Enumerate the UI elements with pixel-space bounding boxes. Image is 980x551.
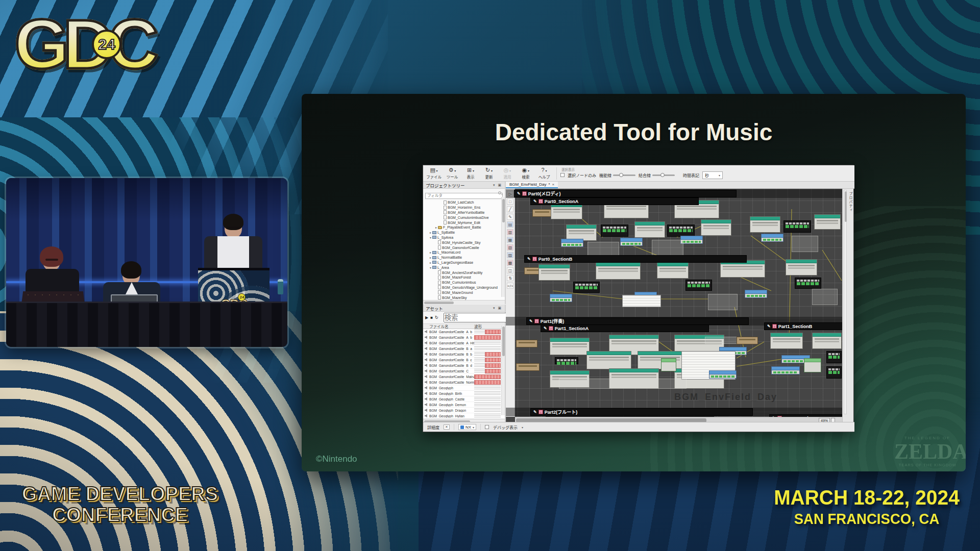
- blue-node[interactable]: [745, 290, 767, 298]
- document-tab[interactable]: BGM_EnvField_Day * ×: [506, 182, 558, 188]
- tan-node[interactable]: [516, 340, 537, 347]
- tree-expander-icon[interactable]: ▸: [434, 226, 438, 229]
- panel-collapse-icon[interactable]: ▾ ▣: [493, 183, 502, 187]
- asset-row[interactable]: BGM_Geoglyph_Birth: [423, 391, 505, 396]
- tan-node[interactable]: [532, 209, 552, 217]
- teal-node[interactable]: [551, 203, 582, 219]
- green-node[interactable]: [804, 358, 821, 372]
- blue-node[interactable]: [550, 294, 572, 302]
- tree-item[interactable]: ▸L_LargeDungeonBase: [423, 260, 505, 265]
- dark-node[interactable]: [826, 366, 842, 379]
- tree-expander-icon[interactable]: ▸: [429, 231, 432, 234]
- ghost-node[interactable]: [792, 236, 818, 252]
- asset-row[interactable]: BGM_Geoglyph: [423, 385, 505, 391]
- green-node[interactable]: [661, 358, 676, 371]
- property-tab[interactable]: プロパティ: [848, 192, 853, 212]
- column-filename[interactable]: ファイル名: [423, 323, 474, 329]
- teal-node[interactable]: [812, 333, 842, 349]
- dark-node[interactable]: [601, 224, 628, 237]
- blue-node[interactable]: [620, 238, 643, 246]
- tree-item[interactable]: BGM_AncientZoraFacility: [423, 270, 505, 275]
- group-header[interactable]: ✎♪Part1_SectionB: [764, 322, 843, 330]
- tree-item[interactable]: ▾L_SpArea: [423, 235, 505, 240]
- menu-ツール[interactable]: ⚙ ▾ツール: [444, 166, 461, 181]
- asset-row[interactable]: BGM_GanondorfCastle_A_Hit_Battle: [423, 340, 505, 346]
- tree-item[interactable]: BGM_HorseInn_Ens: [423, 205, 505, 210]
- asset-row[interactable]: BGM_GanondorfCastle_B_a: [423, 346, 505, 352]
- asset-row[interactable]: BGM_GanondorfCastle_A_b: [423, 329, 505, 335]
- refresh-button[interactable]: ↻: [435, 315, 438, 320]
- tree-item[interactable]: ▸F_PlayableEvent_Battle: [423, 225, 505, 230]
- menu-表示[interactable]: ⊞ ▾表示: [462, 166, 479, 181]
- teal-node[interactable]: [657, 262, 689, 279]
- asset-row[interactable]: BGM_GanondorfCastle_B_c: [423, 357, 505, 363]
- teal-node[interactable]: [538, 264, 570, 281]
- clear-button[interactable]: ✕: [444, 424, 450, 430]
- palette-tool-icon[interactable]: ⇅: [507, 275, 513, 281]
- tree-item[interactable]: ▸L_MaomaLord: [423, 250, 505, 255]
- palette-tool-icon[interactable]: ◫: [507, 267, 513, 273]
- dark-node[interactable]: [555, 357, 578, 364]
- asset-row[interactable]: BGM_GanondorfCastle_A_b_Battle: [423, 335, 505, 340]
- teal-node[interactable]: [701, 219, 731, 236]
- tree-item[interactable]: BGM_Cumulonimbus: [423, 280, 505, 285]
- palette-tool-icon[interactable]: ▤: [507, 221, 513, 228]
- tree-item[interactable]: BGM_AfterYunboBattle: [423, 210, 505, 215]
- asset-vscrollbar[interactable]: [501, 325, 505, 415]
- menu-ファイル[interactable]: ▤ ▾ファイル: [425, 166, 443, 181]
- teal-node[interactable]: [586, 351, 631, 369]
- tree-item[interactable]: BGM_MazeGround: [423, 290, 505, 295]
- tree-item[interactable]: ▸L_SpBattle: [423, 230, 505, 235]
- teal-node[interactable]: [770, 333, 803, 349]
- tab-close-icon[interactable]: ×: [552, 182, 555, 187]
- palette-tool-icon[interactable]: ✎: [507, 214, 513, 220]
- dark-node[interactable]: [573, 282, 600, 293]
- asset-row[interactable]: BGM_GanondorfCastle_C: [423, 368, 505, 374]
- group-header[interactable]: ✎♪Part2(フルート): [530, 408, 753, 416]
- blue-node[interactable]: [709, 370, 737, 379]
- palette-tool-icon[interactable]: ▧: [507, 244, 513, 251]
- white-node[interactable]: [622, 295, 661, 307]
- group-header[interactable]: ✎♪Part1(伴奏): [526, 317, 749, 325]
- teal-node[interactable]: [550, 338, 590, 355]
- column-waveform[interactable]: 波形: [474, 323, 505, 329]
- palette-tool-icon[interactable]: ▨: [507, 252, 513, 258]
- node-canvas[interactable]: BGM_EnvField_Day ▷□╱✎▤▥▦▧▨▩◫⇅</> ✎♪Part0…: [506, 189, 843, 423]
- blue-node[interactable]: [561, 239, 583, 247]
- project-tree-hscrollbar[interactable]: [423, 300, 505, 304]
- asset-row[interactable]: BGM_GanondorfCastle_NormalBattle: [423, 380, 505, 385]
- teal-node[interactable]: [814, 214, 841, 230]
- asset-row[interactable]: BGM_GanondorfCastle_B_b: [423, 352, 505, 357]
- teal-node[interactable]: [720, 260, 765, 278]
- dark-node[interactable]: [667, 224, 695, 237]
- ghost-node[interactable]: [812, 289, 838, 305]
- asset-row[interactable]: BGM_Geoglyph_Castle: [423, 396, 505, 402]
- dark-node[interactable]: [685, 280, 712, 291]
- palette-tool-icon[interactable]: ▦: [507, 237, 513, 243]
- asset-row[interactable]: BGM_Geoglyph_Demon: [423, 402, 505, 408]
- teal-node[interactable]: [596, 262, 641, 280]
- tree-expander-icon[interactable]: ▾: [429, 236, 432, 239]
- tree-item[interactable]: ▾L_Area: [423, 265, 505, 270]
- asset-row[interactable]: BGM_Geoglyph_Hylian: [423, 413, 505, 419]
- group-header[interactable]: ✎♪Part1_SectionA: [541, 324, 709, 332]
- ghost-node[interactable]: [559, 379, 687, 389]
- teal-node[interactable]: [634, 221, 665, 238]
- tree-item[interactable]: BGM_LastCatch: [423, 200, 505, 205]
- dark-node[interactable]: [795, 278, 821, 289]
- asset-row[interactable]: BGM_GanondorfCastle_B_d: [423, 363, 505, 368]
- palette-tool-icon[interactable]: □: [507, 198, 513, 205]
- debug-checkbox[interactable]: [485, 425, 489, 429]
- ghost-node[interactable]: [708, 294, 738, 310]
- canvas-vscrollbar[interactable]: [844, 190, 847, 414]
- dark-node[interactable]: [826, 351, 842, 363]
- project-tree-vscrollbar[interactable]: [501, 197, 505, 297]
- tree-expander-icon[interactable]: ▾: [429, 266, 432, 269]
- group-header[interactable]: ✎♪Part0(メロディ): [514, 190, 737, 197]
- tree-item[interactable]: ▸L_NormalBattle: [423, 255, 505, 260]
- tree-item[interactable]: BGM_HyruleCastle_Sky: [423, 240, 505, 245]
- tree-item[interactable]: BGM_MazeSky: [423, 295, 505, 300]
- selected-nodes-only-checkbox[interactable]: [560, 173, 565, 177]
- tree-item[interactable]: BGM_CumulonimbusDive: [423, 215, 505, 220]
- menu-更新[interactable]: ↻ ▾更新: [480, 166, 498, 181]
